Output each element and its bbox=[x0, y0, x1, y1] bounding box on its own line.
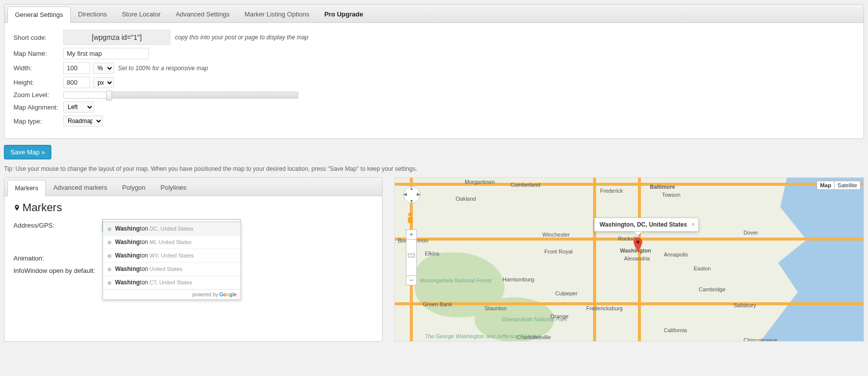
city-label: Chincoteague bbox=[744, 337, 777, 342]
city-label: Staunton bbox=[485, 305, 506, 311]
city-label: Morgantown bbox=[465, 179, 495, 185]
pan-down-icon[interactable]: ▼ bbox=[409, 199, 414, 204]
zoom-slider[interactable] bbox=[63, 92, 298, 99]
city-label: Fredericksburg bbox=[586, 305, 622, 311]
zoom-slider-handle[interactable] bbox=[106, 91, 112, 101]
pin-icon: ◉ bbox=[107, 239, 112, 246]
city-label: Winchester bbox=[542, 232, 570, 238]
city-label: Salisbury bbox=[734, 302, 756, 308]
forest-label: Monongahela National Forest bbox=[420, 277, 492, 283]
map-type-select[interactable]: Roadmap bbox=[63, 116, 103, 126]
city-label: Cambridge bbox=[699, 286, 726, 292]
svg-point-0 bbox=[636, 241, 640, 244]
tab-general-settings[interactable]: General Settings bbox=[7, 6, 71, 23]
zoom-track[interactable] bbox=[406, 240, 417, 275]
city-label: Dover bbox=[744, 230, 758, 236]
pin-icon: ◉ bbox=[107, 226, 112, 232]
info-window-title: Washington, DC, United States bbox=[600, 221, 687, 228]
autocomplete-footer: powered by Google bbox=[103, 289, 241, 299]
forest-label: The George Washington and Jefferson Nati… bbox=[425, 333, 545, 339]
pan-left-icon[interactable]: ◀ bbox=[403, 192, 407, 197]
width-hint: Set to 100% for a responsive map bbox=[118, 65, 208, 72]
autocomplete-dropdown: ◉WashingtonDC, United States ◉Washington… bbox=[103, 222, 241, 300]
zoom-label: Zoom Level: bbox=[13, 91, 63, 99]
city-label: Alexandria bbox=[624, 255, 650, 261]
city-label: Easton bbox=[694, 265, 711, 271]
height-unit-select[interactable]: px bbox=[93, 77, 114, 88]
zoom-handle[interactable] bbox=[408, 253, 415, 257]
zoom-out-button[interactable]: − bbox=[406, 275, 417, 285]
city-label: Green Bank bbox=[423, 301, 452, 307]
map-preview[interactable]: Morgantown Cumberland Frederick Baltimor… bbox=[394, 177, 864, 342]
map-type-control: Map Satellite bbox=[817, 181, 861, 190]
city-label: Front Royal bbox=[544, 249, 573, 254]
autocomplete-item[interactable]: ◉WashingtonDC, United States bbox=[103, 222, 241, 236]
width-label: Width: bbox=[13, 64, 63, 72]
infowindow-label: InfoWindow open by default: bbox=[13, 267, 95, 274]
pin-icon: ◉ bbox=[107, 266, 112, 272]
markers-tabbar: Markers Advanced markers Polygon Polylin… bbox=[4, 178, 382, 196]
tab-pro-upgrade[interactable]: Pro Upgrade bbox=[317, 6, 371, 22]
tab-marker-listing[interactable]: Marker Listing Options bbox=[237, 6, 317, 22]
markers-heading: Markers bbox=[13, 201, 373, 214]
height-input[interactable] bbox=[63, 77, 90, 88]
autocomplete-item[interactable]: ◉WashingtonUnited States bbox=[103, 262, 241, 276]
map-pan-control[interactable]: ▲ ▼ ◀ ▶ bbox=[402, 185, 422, 205]
pan-up-icon[interactable]: ▲ bbox=[409, 186, 414, 191]
tab-polygon[interactable]: Polygon bbox=[115, 179, 153, 196]
tab-polylines[interactable]: Polylines bbox=[153, 179, 194, 196]
save-map-button[interactable]: Save Map » bbox=[4, 145, 51, 159]
tab-directions[interactable]: Directions bbox=[71, 6, 115, 22]
pin-icon: ◉ bbox=[107, 252, 112, 259]
shortcode-hint: copy this into your post or page to disp… bbox=[175, 34, 309, 41]
tip-text: Tip: Use your mouse to change the layout… bbox=[4, 165, 864, 172]
shortcode-value: [wpgmza id="1"] bbox=[63, 30, 170, 45]
zoom-in-button[interactable]: + bbox=[406, 230, 417, 240]
city-label: Cumberland bbox=[510, 182, 540, 188]
info-window: Washington, DC, United States × bbox=[594, 218, 699, 232]
height-label: Height: bbox=[13, 79, 63, 86]
zoom-control: + − bbox=[406, 230, 417, 285]
top-tabbar: General Settings Directions Store Locato… bbox=[4, 4, 864, 23]
tab-store-locator[interactable]: Store Locator bbox=[115, 6, 168, 22]
tab-markers[interactable]: Markers bbox=[7, 180, 46, 196]
tab-advanced-settings[interactable]: Advanced Settings bbox=[168, 6, 237, 22]
map-type-label: Map type: bbox=[13, 118, 63, 125]
alignment-select[interactable]: Left bbox=[63, 102, 94, 113]
city-label: Orange bbox=[550, 313, 569, 319]
city-label: California bbox=[664, 327, 687, 333]
alignment-label: Map Alignment: bbox=[13, 104, 63, 111]
city-label: Towson bbox=[662, 192, 680, 198]
map-name-input[interactable] bbox=[63, 48, 149, 59]
autocomplete-item[interactable]: ◉WashingtonMI, United States bbox=[103, 236, 241, 249]
city-label: Harrisonburg bbox=[502, 276, 534, 282]
animation-label: Animation: bbox=[13, 254, 102, 262]
map-type-map[interactable]: Map bbox=[817, 181, 834, 190]
pin-icon bbox=[13, 204, 20, 211]
info-window-close-icon[interactable]: × bbox=[692, 221, 695, 228]
tab-advanced-markers[interactable]: Advanced markers bbox=[46, 179, 115, 196]
map-marker-icon[interactable] bbox=[633, 238, 643, 253]
pegman-icon[interactable] bbox=[406, 213, 415, 226]
city-label: Elkins bbox=[425, 251, 439, 256]
autocomplete-item[interactable]: ◉WashingtonCT, United States bbox=[103, 276, 241, 289]
city-label: Frederick bbox=[600, 188, 623, 194]
shortcode-label: Short code: bbox=[13, 34, 63, 41]
city-label: Culpeper bbox=[555, 290, 578, 296]
city-label: Oakland bbox=[456, 196, 476, 202]
map-name-label: Map Name: bbox=[13, 50, 63, 57]
pin-icon: ◉ bbox=[107, 279, 112, 286]
width-input[interactable] bbox=[63, 62, 90, 74]
city-label: Annapolis bbox=[664, 251, 688, 257]
general-settings-panel: General Settings Directions Store Locato… bbox=[4, 4, 864, 139]
pan-right-icon[interactable]: ▶ bbox=[417, 192, 420, 197]
map-type-satellite[interactable]: Satellite bbox=[834, 181, 861, 190]
width-unit-select[interactable]: % bbox=[93, 63, 114, 74]
address-label: Address/GPS: bbox=[13, 222, 102, 229]
autocomplete-item[interactable]: ◉WashingtonWV, United States bbox=[103, 249, 241, 262]
city-label: Baltimore bbox=[650, 184, 675, 190]
